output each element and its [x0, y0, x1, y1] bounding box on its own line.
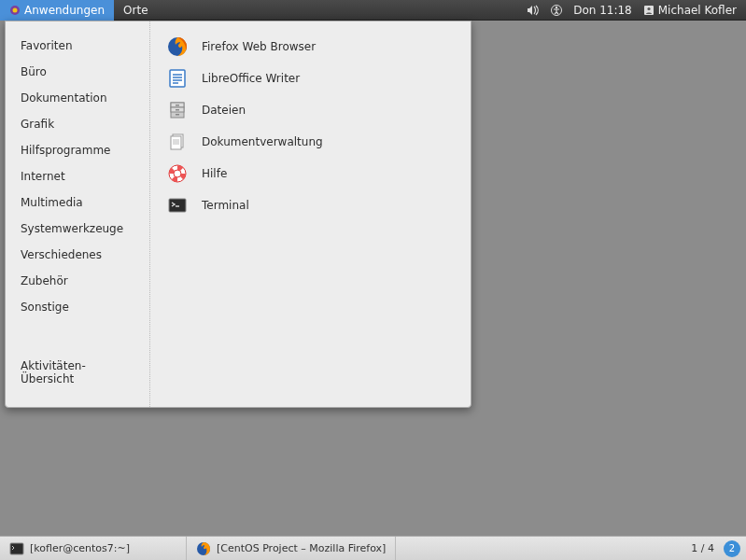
- top-panel: Anwendungen Orte Don 11:18 Michael Kofle…: [0, 0, 746, 21]
- accessibility-icon[interactable]: [551, 5, 562, 16]
- svg-rect-25: [169, 199, 186, 212]
- category-accessories[interactable]: Zubehör: [6, 268, 149, 294]
- user-icon: [643, 5, 655, 16]
- app-label: Dateien: [202, 104, 246, 117]
- category-office[interactable]: Büro: [6, 59, 149, 85]
- category-favorites[interactable]: Favoriten: [6, 33, 149, 59]
- applications-dropdown: Favoriten Büro Dokumentation Grafik Hilf…: [5, 21, 472, 408]
- task-label: [CentOS Project – Mozilla Firefox]: [217, 542, 386, 554]
- system-tray: Don 11:18 Michael Kofler: [527, 4, 746, 17]
- category-multimedia[interactable]: Multimedia: [6, 189, 149, 216]
- places-menu-label: Orte: [123, 4, 148, 17]
- app-label: Dokumentverwaltung: [202, 135, 323, 148]
- category-documentation[interactable]: Dokumentation: [6, 85, 149, 111]
- svg-point-24: [174, 170, 181, 177]
- app-label: Firefox Web Browser: [202, 40, 316, 53]
- svg-point-5: [647, 7, 650, 9]
- category-graphics[interactable]: Grafik: [6, 111, 149, 137]
- workspace-indicator[interactable]: 1 / 4: [682, 542, 724, 554]
- clock[interactable]: Don 11:18: [573, 4, 632, 17]
- bottom-panel: [kofler@centos7:~] [CentOS Project – Moz…: [0, 536, 746, 560]
- notification-badge[interactable]: 2: [724, 540, 740, 557]
- svg-rect-7: [170, 70, 185, 87]
- firefox-icon: [196, 541, 211, 556]
- category-internet[interactable]: Internet: [6, 163, 149, 189]
- category-system-tools[interactable]: Systemwerkzeuge: [6, 216, 149, 242]
- document-icon: [167, 68, 188, 89]
- help-lifebuoy-icon: [167, 163, 188, 184]
- task-label: [kofler@centos7:~]: [30, 542, 130, 554]
- app-label: Hilfe: [202, 167, 227, 180]
- app-files[interactable]: Dateien: [150, 94, 471, 126]
- volume-icon[interactable]: [527, 5, 540, 16]
- file-cabinet-icon: [167, 100, 188, 120]
- app-firefox[interactable]: Firefox Web Browser: [150, 31, 471, 63]
- places-menu-button[interactable]: Orte: [114, 0, 157, 21]
- svg-rect-16: [176, 109, 179, 111]
- svg-rect-15: [176, 105, 179, 106]
- category-misc[interactable]: Verschiedenes: [6, 242, 149, 268]
- user-menu[interactable]: Michael Kofler: [643, 4, 737, 17]
- svg-point-1: [13, 7, 18, 12]
- activities-overview[interactable]: Aktivitäten-Übersicht: [6, 353, 149, 392]
- user-name: Michael Kofler: [658, 4, 737, 17]
- category-list: Favoriten Büro Dokumentation Grafik Hilf…: [6, 21, 150, 407]
- app-label: Terminal: [202, 199, 249, 212]
- svg-rect-17: [176, 114, 179, 116]
- distro-logo-icon: [9, 5, 21, 16]
- app-libreoffice-writer[interactable]: LibreOffice Writer: [150, 63, 471, 94]
- app-list: Firefox Web Browser LibreOffice Writer D…: [150, 21, 471, 407]
- app-label: LibreOffice Writer: [202, 72, 300, 85]
- applications-menu-button[interactable]: Anwendungen: [0, 0, 114, 21]
- app-terminal[interactable]: Terminal: [150, 189, 471, 221]
- terminal-icon: [167, 195, 188, 216]
- terminal-icon: [9, 541, 24, 556]
- category-utilities[interactable]: Hilfsprogramme: [6, 137, 149, 163]
- svg-rect-27: [10, 543, 23, 554]
- task-firefox[interactable]: [CentOS Project – Mozilla Firefox]: [187, 537, 396, 561]
- category-other[interactable]: Sonstige: [6, 294, 149, 320]
- firefox-icon: [167, 36, 188, 57]
- app-document-management[interactable]: Dokumentverwaltung: [150, 126, 471, 158]
- svg-point-3: [556, 6, 557, 7]
- task-terminal[interactable]: [kofler@centos7:~]: [0, 537, 187, 561]
- app-help[interactable]: Hilfe: [150, 158, 471, 189]
- applications-menu-label: Anwendungen: [24, 4, 105, 17]
- svg-rect-19: [171, 136, 181, 149]
- documents-icon: [167, 132, 188, 152]
